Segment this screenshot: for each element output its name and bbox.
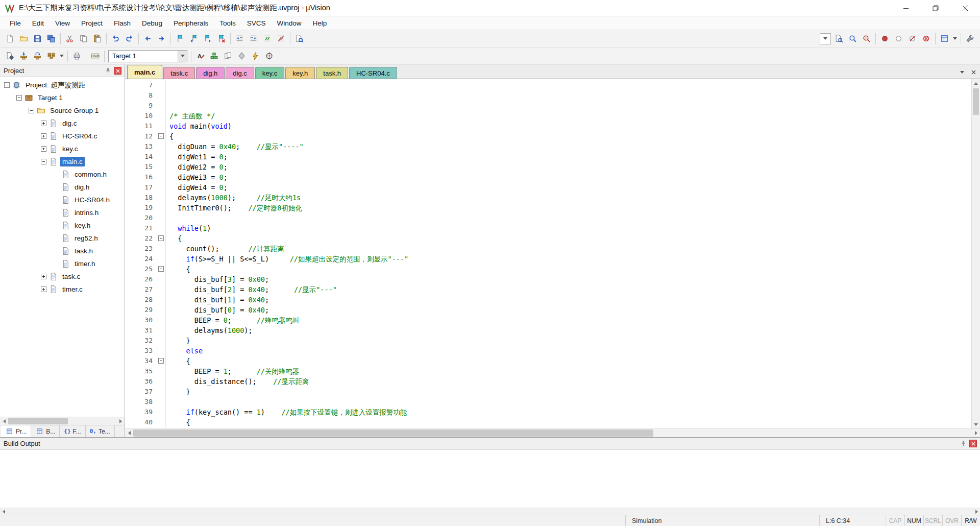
line-number[interactable]: 24 xyxy=(125,254,158,264)
line-number[interactable]: 33 xyxy=(125,346,158,356)
scroll-right-icon[interactable] xyxy=(116,417,125,425)
line-number[interactable]: 21 xyxy=(125,223,158,233)
code-line[interactable]: 34 { xyxy=(125,356,971,366)
code-line[interactable]: 22 { xyxy=(125,233,971,244)
line-number[interactable]: 34 xyxy=(125,356,158,366)
fold-minus-icon[interactable] xyxy=(158,133,164,139)
panel-tab-Te...[interactable]: 0,Te... xyxy=(86,425,115,437)
expand-plus-icon[interactable] xyxy=(41,146,46,152)
code-line[interactable]: 20 xyxy=(125,213,971,223)
toggle-bookmark-icon[interactable] xyxy=(173,32,187,45)
pin-panel-icon[interactable] xyxy=(104,66,112,75)
line-number[interactable]: 12 xyxy=(125,131,158,141)
line-number[interactable]: 13 xyxy=(125,141,158,152)
editor-vscrollbar[interactable] xyxy=(971,79,980,428)
translate-icon[interactable] xyxy=(3,49,17,63)
line-number[interactable]: 40 xyxy=(125,417,158,427)
manage-project-items-icon[interactable] xyxy=(207,49,221,63)
tree-item-reg52.h[interactable]: reg52.h xyxy=(0,232,125,245)
menu-file[interactable]: File xyxy=(4,17,27,29)
scroll-left-icon[interactable] xyxy=(0,508,7,515)
line-number[interactable]: 19 xyxy=(125,203,158,213)
code-line[interactable]: 35 BEEP = 1; //关闭蜂鸣器 xyxy=(125,366,971,376)
menu-project[interactable]: Project xyxy=(76,17,108,29)
line-number[interactable]: 26 xyxy=(125,274,158,284)
line-number[interactable]: 23 xyxy=(125,244,158,254)
menu-window[interactable]: Window xyxy=(271,17,307,29)
code-line[interactable]: 7 xyxy=(125,80,971,90)
code-line[interactable]: 17 digWei4 = 0; xyxy=(125,182,971,193)
manage-books-icon[interactable] xyxy=(938,32,951,45)
restore-button[interactable] xyxy=(921,0,950,16)
next-bookmark-icon[interactable] xyxy=(201,32,214,45)
line-number[interactable]: 38 xyxy=(125,397,158,407)
unindent-icon[interactable] xyxy=(247,32,260,45)
paste-icon[interactable] xyxy=(90,32,104,45)
code-line[interactable]: 36 dis_distance(); //显示距离 xyxy=(125,376,971,387)
tree-item-key.c[interactable]: key.c xyxy=(0,142,125,155)
code-line[interactable]: 8 xyxy=(125,90,971,101)
expand-plus-icon[interactable] xyxy=(41,286,46,292)
file-extensions-icon[interactable] xyxy=(221,49,235,63)
menu-help[interactable]: Help xyxy=(307,17,333,29)
rebuild-icon[interactable] xyxy=(31,49,44,63)
code-line[interactable]: 31 delayms(1000); xyxy=(125,325,971,336)
expand-plus-icon[interactable] xyxy=(41,274,46,279)
line-number[interactable]: 30 xyxy=(125,315,158,325)
save-all-icon[interactable] xyxy=(44,32,58,45)
scroll-up-icon[interactable] xyxy=(972,79,980,87)
line-number[interactable]: 22 xyxy=(125,233,158,244)
menu-debug[interactable]: Debug xyxy=(136,17,168,29)
stop-build-icon[interactable] xyxy=(70,49,84,63)
enable-breakpoint-icon[interactable] xyxy=(892,32,905,45)
project-tree-hscrollbar[interactable] xyxy=(0,417,125,425)
menu-tools[interactable]: Tools xyxy=(214,17,241,29)
copy-icon[interactable] xyxy=(77,32,90,45)
redo-icon[interactable] xyxy=(122,32,136,45)
menu-flash[interactable]: Flash xyxy=(108,17,136,29)
line-number[interactable]: 11 xyxy=(125,121,158,131)
kill-breakpoints-icon[interactable] xyxy=(919,32,933,45)
expand-plus-icon[interactable] xyxy=(41,121,46,126)
line-number[interactable]: 39 xyxy=(125,407,158,417)
options-for-target-icon[interactable]: A xyxy=(193,49,207,63)
code-line[interactable]: 24 if(S>=S_H || S<=S_L) //如果超出设定的范围，则显示"… xyxy=(125,254,971,264)
line-number[interactable]: 36 xyxy=(125,376,158,387)
code-line[interactable]: 16 digWei3 = 0; xyxy=(125,172,971,182)
close-button[interactable] xyxy=(950,0,980,16)
line-number[interactable]: 17 xyxy=(125,182,158,193)
search-magnifier-icon[interactable] xyxy=(860,32,873,45)
editor-hscrollbar[interactable] xyxy=(125,428,980,437)
tree-item-main.c[interactable]: main.c xyxy=(0,155,125,168)
tree-item-timer.c[interactable]: timer.c xyxy=(0,283,125,296)
code-line[interactable]: 11void main(void) xyxy=(125,121,971,131)
close-panel-icon[interactable] xyxy=(969,439,977,448)
close-tab-icon[interactable] xyxy=(969,67,978,77)
fold-column[interactable] xyxy=(158,264,166,274)
line-number[interactable]: 35 xyxy=(125,366,158,376)
code-line[interactable]: 25 { xyxy=(125,264,971,274)
scroll-down-icon[interactable] xyxy=(972,420,980,428)
tab-list-dropdown-icon[interactable] xyxy=(958,67,967,77)
line-number[interactable]: 15 xyxy=(125,162,158,172)
prev-bookmark-icon[interactable] xyxy=(187,32,201,45)
line-number[interactable]: 14 xyxy=(125,152,158,162)
code-line[interactable]: 30 BEEP = 0; //蜂鸣器鸣叫 xyxy=(125,315,971,325)
tree-item-Project: 超声波测距[interactable]: Project: 超声波测距 xyxy=(0,79,125,91)
find-in-files-icon[interactable] xyxy=(292,32,306,45)
fold-column[interactable] xyxy=(158,131,166,141)
books-environment-icon[interactable] xyxy=(235,49,249,63)
tree-item-HC-SR04.h[interactable]: HC-SR04.h xyxy=(0,194,125,206)
code-line[interactable]: 14 digWei1 = 0; xyxy=(125,152,971,162)
incremental-find-icon[interactable] xyxy=(846,32,860,45)
code-line[interactable]: 38 xyxy=(125,397,971,407)
line-number[interactable]: 31 xyxy=(125,325,158,336)
line-number[interactable]: 18 xyxy=(125,193,158,203)
line-number[interactable]: 16 xyxy=(125,172,158,182)
scroll-right-icon[interactable] xyxy=(972,429,980,437)
line-number[interactable]: 37 xyxy=(125,387,158,397)
target-select-combo[interactable]: Target 1 xyxy=(108,50,187,62)
line-number[interactable]: 10 xyxy=(125,111,158,121)
scroll-right-icon[interactable] xyxy=(973,508,980,515)
disable-breakpoints-icon[interactable] xyxy=(905,32,919,45)
